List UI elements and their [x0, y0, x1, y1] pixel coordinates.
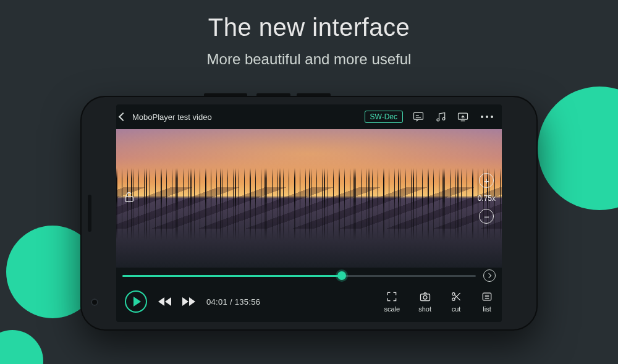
screenshot-button[interactable]: shot: [418, 290, 431, 313]
progress-row: [116, 268, 502, 284]
svg-rect-0: [414, 112, 423, 119]
promo-headline: The new interface: [0, 14, 618, 41]
video-title: MoboPlayer test video: [132, 112, 212, 122]
decor-circle: [0, 330, 43, 364]
seek-slider[interactable]: [122, 275, 476, 277]
tool-label: list: [483, 305, 491, 313]
svg-point-6: [423, 295, 427, 299]
music-icon[interactable]: [434, 110, 447, 124]
subtitle-icon[interactable]: [412, 110, 425, 124]
svg-point-1: [437, 119, 439, 121]
scale-icon: [386, 290, 398, 303]
fast-forward-button[interactable]: [182, 297, 195, 306]
device-speaker: [88, 195, 91, 232]
video-viewport[interactable]: + 0.75x −: [116, 129, 502, 268]
player-topbar: MoboPlayer test video SW-Dec: [116, 104, 502, 129]
device-camera: [91, 298, 98, 306]
seek-fill: [122, 275, 342, 277]
unlock-icon[interactable]: [122, 190, 136, 206]
tool-label: scale: [384, 305, 400, 313]
zoom-controls: + 0.75x −: [478, 173, 496, 224]
svg-rect-5: [420, 294, 430, 301]
scale-button[interactable]: scale: [384, 290, 400, 313]
video-thumbnail-reflection: [116, 198, 502, 240]
player-controls: 04:01 / 135:56 scale shot cut list: [116, 284, 502, 322]
tool-label: shot: [418, 305, 431, 313]
zoom-out-button[interactable]: −: [479, 209, 494, 224]
svg-rect-4: [125, 197, 133, 201]
device-button: [297, 93, 331, 96]
step-forward-button[interactable]: [483, 269, 496, 282]
decor-circle: [538, 87, 618, 210]
device-bezel: [80, 96, 108, 331]
seek-thumb[interactable]: [337, 271, 346, 280]
chevron-left-icon: [119, 112, 127, 121]
rewind-button[interactable]: [158, 297, 171, 306]
scissors-icon: [450, 290, 462, 303]
list-icon: [481, 290, 493, 303]
playlist-button[interactable]: list: [481, 290, 493, 313]
more-menu-icon[interactable]: [478, 116, 496, 118]
cut-button[interactable]: cut: [450, 290, 462, 313]
player-screen: MoboPlayer test video SW-Dec +: [116, 104, 502, 322]
tool-label: cut: [452, 305, 461, 313]
device-bezel: [510, 96, 538, 331]
device-button: [256, 93, 290, 96]
device-button: [204, 93, 247, 96]
playback-time: 04:01 / 135:56: [206, 297, 260, 307]
tv-cast-icon[interactable]: [456, 110, 470, 124]
play-button[interactable]: [125, 290, 147, 313]
back-button[interactable]: MoboPlayer test video: [120, 112, 212, 122]
zoom-value: 0.75x: [478, 194, 496, 203]
svg-point-2: [442, 117, 445, 120]
decoder-toggle[interactable]: SW-Dec: [365, 111, 403, 123]
device-frame: MoboPlayer test video SW-Dec +: [80, 96, 538, 331]
zoom-in-button[interactable]: +: [479, 173, 494, 188]
camera-icon: [419, 290, 431, 303]
promo-subhead: More beautiful and more useful: [0, 51, 618, 68]
